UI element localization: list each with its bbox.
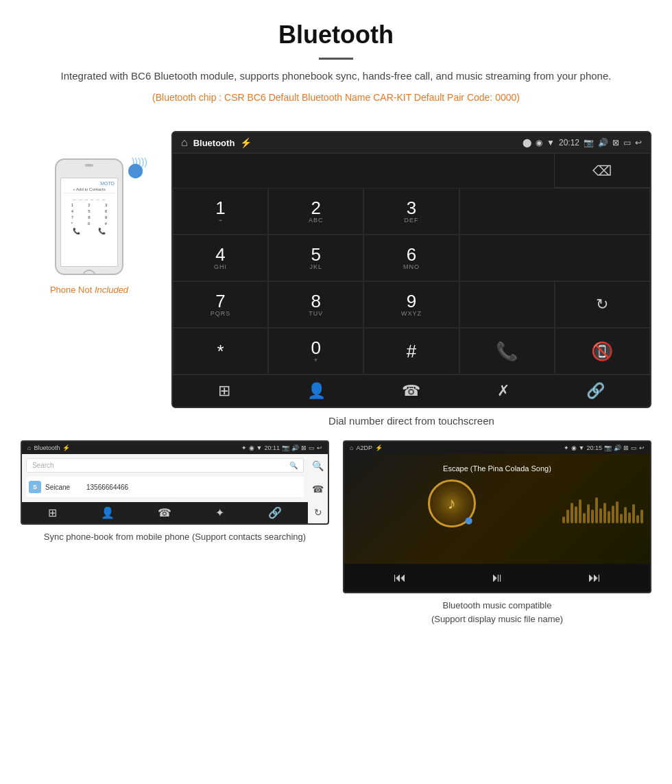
pb-usb-icon: ⚡ <box>62 444 70 451</box>
phone-illustration: ))))) ⬤ MOTO + Add to Contacts _ _ _ _ _… <box>55 158 123 278</box>
music-usb-icon: ⚡ <box>375 444 383 451</box>
dial-key-3[interactable]: 3 DEF <box>363 188 459 235</box>
pb-cam-icon: 📷 <box>282 444 289 451</box>
pb-bt-icon: ✦ <box>241 444 247 451</box>
signal-icon: ▼ <box>547 138 555 147</box>
pb-call-action-icon[interactable]: ☎ <box>312 484 324 495</box>
dial-key-8[interactable]: 8 TUV <box>268 281 363 328</box>
back-icon[interactable]: ↩ <box>635 138 642 147</box>
pb-back-icon[interactable]: ↩ <box>317 444 322 451</box>
bluetooth-icon: ⬤ <box>523 138 531 147</box>
eq-bar <box>587 504 590 523</box>
pb-bt-toolbar-icon[interactable]: ✦ <box>215 506 224 519</box>
search-icon[interactable]: 🔍 <box>289 462 298 469</box>
volume-icon: 🔊 <box>598 138 608 147</box>
pb-vol-icon: 🔊 <box>291 444 299 451</box>
phonebook-content-area: Search 🔍 S Seicane 13566664466 ⊞ 👤 ☎ <box>22 454 328 523</box>
pb-win-icon[interactable]: ▭ <box>309 444 315 451</box>
eq-bar <box>620 514 623 523</box>
music-sig-icon: ▼ <box>579 444 585 451</box>
dial-key-6[interactable]: 6 MNO <box>363 235 459 281</box>
play-pause-button[interactable]: ⏯ <box>491 571 503 585</box>
contacts-button[interactable]: 👤 <box>307 382 326 400</box>
pb-link-icon[interactable]: 🔗 <box>268 506 282 519</box>
bluetooth-button[interactable]: ✗ <box>497 382 509 400</box>
dial-key-0[interactable]: 0 + <box>268 328 363 375</box>
eq-bar <box>636 515 639 523</box>
car-screen-dialpad: ⌂ Bluetooth ⚡ ⬤ ◉ ▼ 20:12 📷 🔊 ⊠ ▭ ↩ <box>171 131 651 408</box>
close-icon[interactable]: ⊠ <box>612 138 619 147</box>
pb-grid-icon[interactable]: ⊞ <box>48 506 57 519</box>
refresh-button[interactable]: ↻ <box>555 281 650 328</box>
phonebook-status-bar: ⌂ Bluetooth ⚡ ✦ ◉ ▼ 20:11 📷 🔊 ⊠ ▭ ↩ <box>22 442 328 454</box>
pb-phone-icon[interactable]: ☎ <box>158 506 171 519</box>
pb-status-icons: ✦ ◉ ▼ 20:11 📷 🔊 ⊠ ▭ ↩ <box>241 444 322 451</box>
eq-bar <box>640 510 643 523</box>
empty-cell-2 <box>459 235 650 281</box>
equalizer-bars <box>562 496 643 523</box>
grid-button[interactable]: ⊞ <box>218 382 230 400</box>
phonebook-item: ⌂ Bluetooth ⚡ ✦ ◉ ▼ 20:11 📷 🔊 ⊠ ▭ ↩ <box>21 440 329 626</box>
phone-home-button <box>82 270 96 275</box>
phonebook-search-bar[interactable]: Search 🔍 <box>26 458 304 473</box>
status-bar: ⌂ Bluetooth ⚡ ⬤ ◉ ▼ 20:12 📷 🔊 ⊠ ▭ ↩ <box>173 132 650 154</box>
dial-key-5[interactable]: 5 JKL <box>268 235 363 281</box>
phonebook-screen: ⌂ Bluetooth ⚡ ✦ ◉ ▼ 20:11 📷 🔊 ⊠ ▭ ↩ <box>21 440 329 525</box>
pb-close-icon[interactable]: ⊠ <box>301 444 307 451</box>
dial-key-4[interactable]: 4 GHI <box>173 235 268 281</box>
eq-bar <box>595 497 598 523</box>
pb-person-icon[interactable]: 👤 <box>101 506 115 519</box>
music-vol-icon: 🔊 <box>614 444 621 451</box>
call-button[interactable]: 📞 <box>459 328 555 375</box>
dial-key-2[interactable]: 2 ABC <box>268 188 363 235</box>
camera-icon: 📷 <box>584 138 594 147</box>
dial-key-7[interactable]: 7 PQRS <box>173 281 268 328</box>
bottom-toolbar: ⊞ 👤 ☎ ✗ 🔗 <box>173 375 650 407</box>
eq-bar <box>562 516 565 523</box>
home-icon[interactable]: ⌂ <box>181 136 188 149</box>
song-title: Escape (The Pina Colada Song) <box>351 464 643 473</box>
eq-bar <box>571 503 573 523</box>
pb-search-action-icon[interactable]: 🔍 <box>312 460 324 471</box>
music-win-icon[interactable]: ▭ <box>631 444 637 451</box>
contact-row[interactable]: S Seicane 13566664466 <box>26 477 304 498</box>
pb-home-icon[interactable]: ⌂ <box>27 444 31 451</box>
window-icon[interactable]: ▭ <box>623 138 631 147</box>
music-status-icons: ✦ ◉ ▼ 20:15 📷 🔊 ⊠ ▭ ↩ <box>564 444 645 451</box>
prev-button[interactable]: ⏮ <box>394 571 406 585</box>
contact-name: Seicane <box>45 484 86 491</box>
dial-key-1[interactable]: 1 ⌁ <box>173 188 268 235</box>
phone-body: MOTO + Add to Contacts _ _ _ _ _ _ 123 4… <box>55 158 123 275</box>
dialpad-grid: ⌫ 1 ⌁ 2 ABC 3 DEF 4 GHI <box>173 154 650 375</box>
phonebook-main: Search 🔍 S Seicane 13566664466 ⊞ 👤 ☎ <box>22 454 308 523</box>
eq-bar <box>616 501 619 523</box>
music-screen: ⌂ A2DP ⚡ ✦ ◉ ▼ 20:15 📷 🔊 ⊠ ▭ ↩ <box>343 440 651 593</box>
eq-bar <box>579 499 581 523</box>
main-section: ))))) ⬤ MOTO + Add to Contacts _ _ _ _ _… <box>0 117 672 440</box>
album-art: ♪ ⬤ <box>428 479 476 527</box>
pb-sig-icon: ▼ <box>256 444 263 451</box>
music-back-icon[interactable]: ↩ <box>639 444 645 451</box>
music-home-icon[interactable]: ⌂ <box>350 444 353 451</box>
album-bt-icon: ⬤ <box>465 516 472 524</box>
usb-icon: ⚡ <box>240 137 252 148</box>
eq-bar <box>575 506 577 523</box>
link-button[interactable]: 🔗 <box>586 382 605 400</box>
empty-cell-1 <box>459 188 650 235</box>
screen-title: Bluetooth <box>193 138 235 148</box>
music-time: 20:15 <box>586 444 602 451</box>
phone-button[interactable]: ☎ <box>402 382 420 400</box>
pb-refresh-action-icon[interactable]: ↻ <box>312 507 324 518</box>
dial-key-star[interactable]: * <box>173 328 268 375</box>
dial-display <box>173 154 555 188</box>
phonebook-list-area: Search 🔍 S Seicane 13566664466 <box>22 454 308 502</box>
next-button[interactable]: ⏭ <box>588 571 601 585</box>
location-icon: ◉ <box>536 138 542 147</box>
dial-key-hash[interactable]: # <box>363 328 459 375</box>
eq-bar <box>603 503 606 523</box>
music-close-icon[interactable]: ⊠ <box>623 444 629 451</box>
backspace-button[interactable]: ⌫ <box>555 154 650 188</box>
dial-key-9[interactable]: 9 WXYZ <box>363 281 459 328</box>
end-call-button[interactable]: 📵 <box>555 328 650 375</box>
eq-bar <box>608 511 610 523</box>
